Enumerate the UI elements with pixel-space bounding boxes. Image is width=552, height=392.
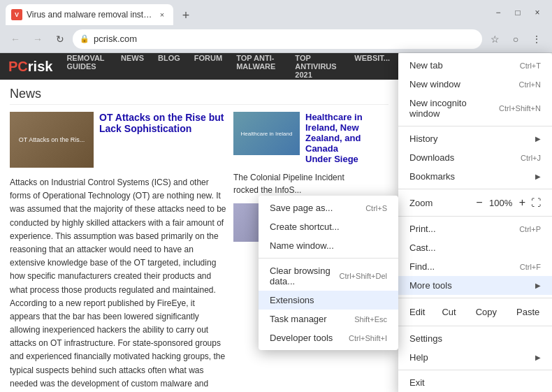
menu-new-tab-label: New tab — [409, 60, 443, 71]
close-button[interactable]: × — [528, 3, 546, 22]
nav-antivirus[interactable]: TOP ANTIVIRUS 2021 — [295, 54, 340, 79]
menu-print-label: Print... — [409, 224, 436, 234]
article-2-image: Healthcare in Ireland — [233, 112, 300, 155]
submenu-name-window[interactable]: Name window... — [259, 236, 398, 255]
menu-history-arrow: ▶ — [535, 135, 541, 143]
chrome-menu-dropdown: New tab Ctrl+T New window Ctrl+N New inc… — [398, 53, 552, 392]
site-nav: REMOVAL GUIDES NEWS BLOG FORUM TOP ANTI-… — [66, 54, 390, 79]
refresh-button[interactable]: ↻ — [50, 29, 70, 49]
submenu-extensions[interactable]: Extensions — [259, 291, 398, 310]
tab-close-button[interactable]: × — [157, 9, 168, 20]
article-1-header: OT Attacks on the Ris... OT Attacks on t… — [10, 112, 226, 170]
minimize-button[interactable]: − — [489, 3, 507, 22]
menu-downloads[interactable]: Downloads Ctrl+J — [398, 148, 552, 167]
submenu-clear-browsing-label: Clear browsing data... — [270, 266, 340, 286]
new-tab-button[interactable]: + — [176, 6, 196, 25]
title-bar: V Virus and malware removal instr... × +… — [0, 0, 552, 25]
submenu-save-page-label: Save page as... — [270, 203, 333, 213]
paste-button[interactable]: Paste — [508, 304, 548, 320]
article-1-image: OT Attacks on the Ris... — [10, 112, 94, 168]
submenu-sep-1 — [259, 258, 398, 259]
submenu-create-shortcut[interactable]: Create shortcut... — [259, 217, 398, 236]
menu-exit-label: Exit — [409, 377, 425, 388]
menu-exit[interactable]: Exit — [398, 373, 552, 392]
submenu-clear-browsing[interactable]: Clear browsing data... Ctrl+Shift+Del — [259, 261, 398, 291]
menu-new-window-label: New window — [409, 79, 460, 89]
article-1-text: Attacks on Industrial Control Systems (I… — [10, 176, 226, 392]
zoom-minus[interactable]: − — [476, 196, 482, 209]
menu-settings-label: Settings — [409, 333, 442, 344]
menu-button[interactable]: ⋮ — [527, 29, 546, 49]
zoom-plus[interactable]: + — [519, 196, 525, 209]
nav-anti-malware[interactable]: TOP ANTI-MALWARE — [236, 54, 281, 79]
menu-incognito-shortcut: Ctrl+Shift+N — [499, 104, 541, 112]
menu-cast[interactable]: Cast... — [398, 238, 552, 257]
edit-label: Edit — [404, 307, 430, 317]
menu-find-shortcut: Ctrl+F — [520, 263, 541, 271]
menu-edit-row: Edit Cut Copy Paste — [398, 301, 552, 323]
menu-more-tools-label: More tools — [409, 280, 452, 291]
separator-2 — [398, 189, 552, 189]
submenu-developer-tools-label: Developer tools — [270, 333, 333, 343]
nav-removal-guides[interactable]: REMOVAL GUIDES — [66, 54, 107, 79]
submenu-name-window-label: Name window... — [270, 240, 334, 251]
menu-incognito[interactable]: New incognito window Ctrl+Shift+N — [398, 94, 552, 123]
site-header: PC risk REMOVAL GUIDES NEWS BLOG FORUM T… — [0, 53, 398, 80]
menu-print-shortcut: Ctrl+P — [519, 225, 541, 233]
zoom-label: Zoom — [409, 198, 470, 208]
submenu-create-shortcut-label: Create shortcut... — [270, 222, 340, 232]
menu-find-label: Find... — [409, 261, 435, 272]
menu-downloads-shortcut: Ctrl+J — [521, 154, 541, 162]
copy-button[interactable]: Copy — [467, 304, 505, 320]
menu-print[interactable]: Print... Ctrl+P — [398, 219, 552, 238]
menu-new-tab[interactable]: New tab Ctrl+T — [398, 56, 552, 75]
menu-more-tools[interactable]: More tools ▶ — [398, 276, 552, 295]
menu-cast-label: Cast... — [409, 242, 436, 253]
more-tools-submenu: Save page as... Ctrl+S Create shortcut..… — [259, 196, 398, 350]
site-logo: PC risk — [8, 59, 52, 75]
nav-blog[interactable]: BLOG — [158, 54, 180, 79]
nav-website[interactable]: WEBSIT... — [354, 54, 390, 79]
tab-area: V Virus and malware removal instr... × + — [6, 0, 481, 25]
menu-more-tools-arrow: ▶ — [535, 282, 541, 289]
profile-button[interactable]: ○ — [506, 29, 525, 49]
separator-4 — [398, 298, 552, 298]
nav-news[interactable]: NEWS — [121, 54, 144, 79]
zoom-value: 100% — [488, 198, 514, 208]
submenu-developer-tools[interactable]: Developer tools Ctrl+Shift+I — [259, 328, 398, 347]
active-tab[interactable]: V Virus and malware removal instr... × — [6, 4, 173, 25]
nav-forum[interactable]: FORUM — [194, 54, 222, 79]
maximize-button[interactable]: □ — [509, 3, 527, 22]
fullscreen-icon[interactable]: ⛶ — [531, 197, 541, 208]
menu-help[interactable]: Help ▶ — [398, 348, 552, 367]
forward-button[interactable]: → — [28, 29, 48, 49]
menu-bookmarks[interactable]: Bookmarks ▶ — [398, 167, 552, 186]
menu-help-label: Help — [409, 352, 428, 363]
menu-find[interactable]: Find... Ctrl+F — [398, 257, 552, 276]
cut-button[interactable]: Cut — [433, 304, 464, 320]
back-button[interactable]: ← — [6, 29, 25, 49]
menu-settings[interactable]: Settings — [398, 329, 552, 348]
submenu-save-page-shortcut: Ctrl+S — [365, 204, 387, 212]
logo-risk: risk — [28, 59, 53, 75]
menu-incognito-label: New incognito window — [409, 98, 499, 119]
bookmark-star-button[interactable]: ☆ — [485, 29, 504, 49]
separator-5 — [398, 326, 552, 326]
submenu-clear-browsing-shortcut: Ctrl+Shift+Del — [340, 272, 387, 280]
url-text: pcrisk.com — [94, 34, 475, 44]
menu-bookmarks-arrow: ▶ — [535, 173, 541, 180]
article-2-header: Healthcare in Ireland Healthcare in Irel… — [233, 112, 363, 168]
news-section-title: News — [10, 87, 388, 105]
submenu-task-manager[interactable]: Task manager Shift+Esc — [259, 310, 398, 328]
article-1: OT Attacks on the Ris... OT Attacks on t… — [10, 112, 226, 392]
menu-new-window[interactable]: New window Ctrl+N — [398, 75, 552, 94]
separator-1 — [398, 126, 552, 126]
submenu-save-page[interactable]: Save page as... Ctrl+S — [259, 198, 398, 217]
tab-favicon: V — [11, 9, 22, 20]
menu-history[interactable]: History ▶ — [398, 129, 552, 148]
address-actions: ☆ ○ ⋮ — [485, 29, 546, 49]
menu-history-label: History — [409, 133, 437, 144]
url-bar[interactable]: 🔒 pcrisk.com — [73, 29, 482, 49]
menu-zoom-row: Zoom − 100% + ⛶ — [398, 192, 552, 213]
lock-icon: 🔒 — [80, 34, 89, 43]
